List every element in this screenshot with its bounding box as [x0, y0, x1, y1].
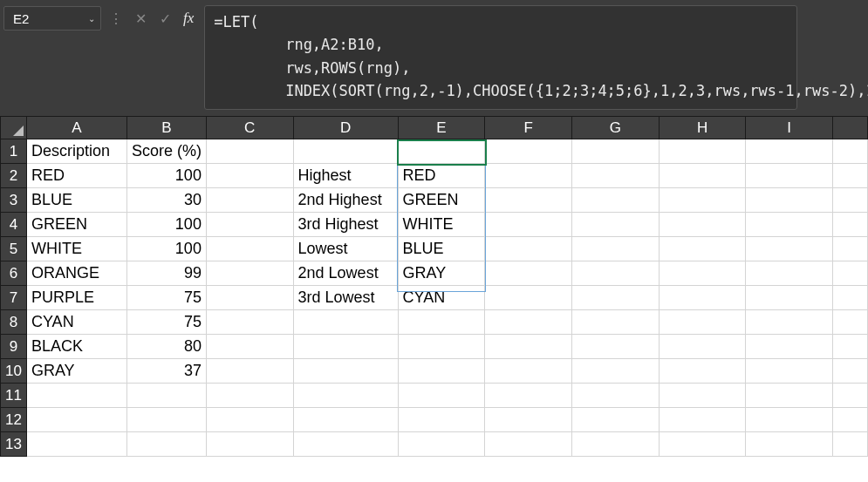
cell[interactable] — [659, 139, 746, 164]
cell[interactable] — [293, 408, 398, 432]
accept-icon[interactable]: ✓ — [155, 9, 174, 28]
cell[interactable] — [659, 384, 746, 408]
cell[interactable] — [126, 432, 206, 457]
cell[interactable] — [833, 188, 868, 213]
col-header[interactable]: D — [293, 117, 398, 139]
cell[interactable] — [206, 359, 293, 384]
cell[interactable]: GRAY — [26, 359, 126, 384]
cell[interactable] — [206, 310, 293, 335]
cell[interactable] — [485, 261, 572, 286]
cell[interactable]: BLACK — [26, 335, 126, 359]
cell[interactable] — [398, 335, 485, 359]
cell[interactable] — [572, 310, 660, 335]
cell[interactable] — [485, 188, 572, 213]
cell[interactable]: 2nd Lowest — [293, 261, 398, 286]
row-header[interactable]: 13 — [1, 432, 27, 457]
cell[interactable] — [206, 408, 293, 432]
cell[interactable] — [746, 237, 833, 261]
cell[interactable] — [746, 139, 833, 164]
cell[interactable] — [572, 432, 660, 457]
cell[interactable]: 3rd Lowest — [293, 286, 398, 310]
row-header[interactable]: 10 — [1, 359, 27, 384]
cell[interactable] — [833, 213, 868, 237]
cell[interactable] — [572, 188, 660, 213]
cell[interactable] — [572, 261, 660, 286]
cell[interactable]: GRAY — [398, 261, 485, 286]
cell[interactable] — [833, 335, 868, 359]
cell[interactable]: RED — [26, 164, 126, 188]
cell[interactable] — [293, 310, 398, 335]
cell[interactable]: Description — [26, 139, 126, 164]
cell[interactable] — [572, 213, 660, 237]
chevron-down-icon[interactable]: ⌄ — [88, 14, 95, 24]
cell[interactable] — [126, 408, 206, 432]
cell[interactable]: 99 — [126, 261, 206, 286]
cell[interactable] — [572, 359, 660, 384]
col-header[interactable]: I — [746, 117, 833, 139]
row-header[interactable]: 7 — [1, 286, 27, 310]
cell[interactable] — [206, 384, 293, 408]
row-header[interactable]: 2 — [1, 164, 27, 188]
cell[interactable] — [746, 384, 833, 408]
cell[interactable] — [746, 164, 833, 188]
cell[interactable] — [659, 286, 746, 310]
cell[interactable] — [746, 213, 833, 237]
cell[interactable] — [833, 139, 868, 164]
cell[interactable]: 100 — [126, 237, 206, 261]
cell[interactable] — [572, 139, 660, 164]
cell[interactable] — [206, 432, 293, 457]
name-box[interactable]: E2 ⌄ — [3, 6, 101, 31]
cell[interactable] — [485, 164, 572, 188]
row-header[interactable]: 3 — [1, 188, 27, 213]
cell[interactable] — [746, 335, 833, 359]
row-header[interactable]: 12 — [1, 408, 27, 432]
spreadsheet-grid[interactable]: A B C D E F G H I 1 Description Score (%… — [0, 116, 868, 482]
cell[interactable] — [833, 384, 868, 408]
cell[interactable] — [206, 213, 293, 237]
cell[interactable] — [293, 384, 398, 408]
cell[interactable] — [398, 408, 485, 432]
cell[interactable] — [659, 188, 746, 213]
col-header[interactable]: A — [26, 117, 126, 139]
cell[interactable] — [398, 310, 485, 335]
row-header[interactable]: 9 — [1, 335, 27, 359]
cell[interactable] — [206, 335, 293, 359]
cell[interactable]: PURPLE — [26, 286, 126, 310]
cell[interactable] — [485, 139, 572, 164]
cell[interactable] — [746, 310, 833, 335]
cell[interactable] — [659, 432, 746, 457]
row-header[interactable]: 11 — [1, 384, 27, 408]
cell[interactable] — [746, 359, 833, 384]
cell[interactable] — [833, 408, 868, 432]
cell[interactable] — [572, 335, 660, 359]
cell[interactable]: 3rd Highest — [293, 213, 398, 237]
row-header[interactable]: 8 — [1, 310, 27, 335]
cell[interactable] — [26, 432, 126, 457]
cell[interactable] — [293, 139, 398, 164]
cell[interactable]: 100 — [126, 213, 206, 237]
cell[interactable] — [746, 261, 833, 286]
cell[interactable] — [659, 213, 746, 237]
cell[interactable] — [572, 164, 660, 188]
cell[interactable]: 2nd Highest — [293, 188, 398, 213]
cell[interactable]: BLUE — [398, 237, 485, 261]
cell[interactable] — [485, 213, 572, 237]
cell[interactable] — [485, 310, 572, 335]
cell[interactable] — [746, 432, 833, 457]
cell[interactable] — [206, 286, 293, 310]
col-header[interactable]: E — [398, 117, 485, 139]
cell[interactable] — [485, 237, 572, 261]
row-header[interactable]: 4 — [1, 213, 27, 237]
cell[interactable] — [206, 237, 293, 261]
cell[interactable]: WHITE — [26, 237, 126, 261]
cell[interactable]: GREEN — [398, 188, 485, 213]
cell[interactable]: CYAN — [398, 286, 485, 310]
cell[interactable] — [398, 432, 485, 457]
cell[interactable]: ORANGE — [26, 261, 126, 286]
cell[interactable]: 80 — [126, 335, 206, 359]
cell[interactable] — [572, 408, 660, 432]
cell[interactable] — [485, 384, 572, 408]
cell[interactable]: 75 — [126, 310, 206, 335]
cell[interactable]: Score (%) — [126, 139, 206, 164]
cell[interactable] — [833, 359, 868, 384]
